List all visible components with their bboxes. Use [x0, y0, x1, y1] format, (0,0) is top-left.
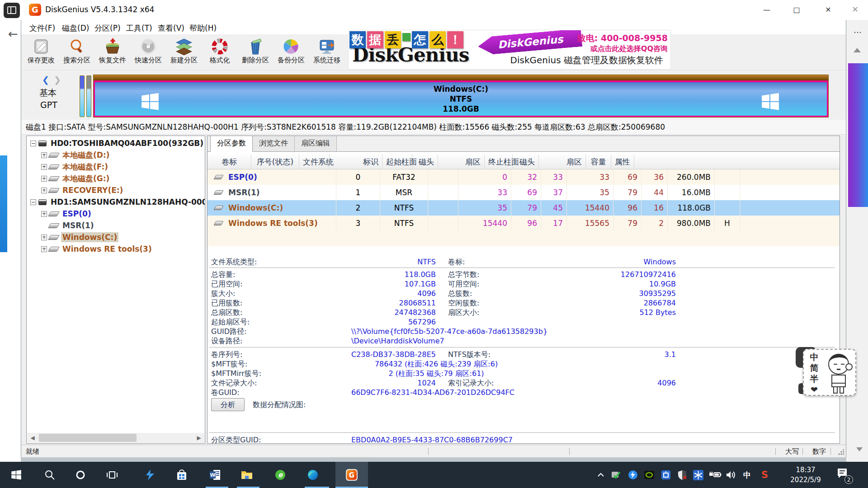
task-view-button[interactable]: [101, 462, 123, 488]
ime-indicator[interactable]: 中: [743, 462, 751, 488]
promo-banner[interactable]: DiskGenius 数据丢怎么！ DiskGenius 致电: 400-008…: [348, 30, 671, 70]
banner-qq-link[interactable]: 或点击此处选择QQ咨询: [590, 44, 668, 54]
column-header[interactable]: 卷标: [208, 154, 251, 169]
taskbar-search-button[interactable]: [39, 462, 61, 488]
quick-partition-button[interactable]: 快速分区: [131, 36, 166, 70]
analyze-button[interactable]: 分析: [211, 398, 245, 411]
tray-security-check[interactable]: [610, 462, 621, 488]
tree-expander-icon[interactable]: +: [41, 211, 47, 217]
menu-view[interactable]: 查看(V): [155, 22, 187, 34]
partition-bar-msr[interactable]: [86, 75, 91, 117]
table-row[interactable]: Windows(C:) 2 NTFS 35 79 45 15440 96 16 …: [208, 200, 840, 216]
column-header[interactable]: 磁头: [513, 154, 539, 169]
diskgenius-taskbar-button[interactable]: G: [341, 462, 363, 488]
tree-expander-icon[interactable]: −: [30, 141, 36, 146]
column-header[interactable]: 文件系统: [299, 154, 330, 169]
tree-item[interactable]: + Windows RE tools(3): [27, 243, 205, 255]
table-row[interactable]: MSR(1) 1 MSR 33 69 37 35 79 44 16.0MB: [208, 185, 840, 200]
partition-bar-esp[interactable]: [80, 75, 85, 117]
table-row[interactable]: Windows RE tools(3) 3 NTFS 15440 96 17 1…: [208, 216, 840, 231]
format-button[interactable]: 格式化: [202, 36, 237, 70]
menu-disk[interactable]: 磁盘(D): [59, 22, 92, 34]
tree-item[interactable]: + RECOVERY(E:): [27, 184, 205, 196]
scroll-left-icon[interactable]: ◀: [27, 433, 38, 443]
taskbar-clock[interactable]: 18:37 2022/5/9: [785, 465, 826, 485]
scroll-down-icon[interactable]: [856, 447, 863, 451]
scroll-right-icon[interactable]: ▶: [193, 433, 204, 443]
ms-store-button[interactable]: [171, 462, 193, 488]
tray-security-center[interactable]: [677, 462, 688, 488]
new-partition-button[interactable]: 新建分区: [166, 36, 202, 70]
column-header[interactable]: 标识: [330, 154, 382, 169]
recover-files-button[interactable]: 恢复文件: [95, 36, 130, 70]
background-close-icon[interactable]: ✕: [852, 5, 859, 14]
scroll-up-icon[interactable]: [854, 48, 861, 52]
tab[interactable]: 浏览文件: [252, 136, 295, 151]
tray-snowflake-app[interactable]: [693, 462, 704, 488]
column-header[interactable]: 扇区: [539, 154, 586, 169]
delete-partition-button[interactable]: 删除分区: [238, 36, 273, 70]
tree-item[interactable]: − HD0:TOSHIBAMQ04ABF100(932GB): [27, 137, 205, 149]
maximize-button[interactable]: □: [785, 0, 808, 20]
thunder-app-button[interactable]: [139, 462, 161, 488]
column-header[interactable]: 扇区: [438, 154, 485, 169]
prev-disk-arrow-icon[interactable]: ❮: [42, 75, 49, 84]
column-header[interactable]: 属性: [611, 154, 634, 169]
table-row[interactable]: ESP(0) 0 FAT32 0 32 33 33 69 36 260.0MB: [208, 169, 840, 185]
tree-expander-icon[interactable]: +: [41, 152, 47, 158]
ie-browser-button[interactable]: e: [269, 462, 291, 488]
next-disk-arrow-icon[interactable]: ❯: [54, 75, 61, 84]
tree-hscrollbar[interactable]: ◀ ▶: [27, 433, 204, 443]
volume-name: Windows RE tools(3): [228, 216, 318, 231]
column-header[interactable]: 起始柱面: [382, 154, 412, 169]
back-arrow-icon[interactable]: ←: [8, 27, 18, 41]
tab[interactable]: 分区参数: [210, 136, 253, 152]
menu-help[interactable]: 帮助(H): [187, 22, 219, 34]
menu-file[interactable]: 文件(F): [27, 22, 58, 34]
minimize-button[interactable]: —: [755, 0, 778, 20]
tab[interactable]: 扇区编辑: [294, 136, 337, 151]
tree-item[interactable]: + 本地磁盘(G:): [27, 173, 205, 184]
window-tab-icon[interactable]: [4, 3, 20, 18]
sogou-tray-icon[interactable]: S: [761, 462, 768, 488]
column-header[interactable]: 终止柱面: [485, 154, 513, 169]
tree-item[interactable]: + 本地磁盘(D:): [27, 149, 205, 161]
partition-bar-windows-c[interactable]: Windows(C:) NTFS 118.0GB: [93, 75, 829, 117]
tray-nvidia[interactable]: [644, 462, 655, 488]
tree-expander-icon[interactable]: +: [41, 235, 47, 240]
search-partition-button[interactable]: 搜索分区: [59, 36, 94, 70]
tree-expander-icon[interactable]: +: [41, 246, 47, 252]
tray-power[interactable]: [709, 462, 722, 488]
menu-partition[interactable]: 分区(P): [92, 22, 123, 34]
column-header[interactable]: 序号(状态): [251, 154, 299, 169]
backup-partition-button[interactable]: 备份分区: [274, 36, 309, 70]
tree-expander-icon[interactable]: +: [41, 176, 47, 182]
more-options-icon[interactable]: …: [854, 25, 863, 35]
column-header[interactable]: 磁头: [412, 154, 438, 169]
system-migrate-button[interactable]: 系统迁移: [309, 36, 344, 70]
scrollbar-thumb[interactable]: [39, 434, 137, 442]
tray-volume[interactable]: [725, 462, 737, 488]
tree-item[interactable]: + Windows(C:): [27, 231, 205, 243]
tree-item[interactable]: + ESP(0): [27, 208, 205, 220]
tray-thunder[interactable]: [627, 462, 638, 488]
resize-grip[interactable]: [838, 449, 844, 455]
tree-expander-icon[interactable]: +: [41, 188, 47, 193]
tray-expand-button[interactable]: [597, 462, 605, 488]
menu-tools[interactable]: 工具(T): [123, 22, 155, 34]
cortana-button[interactable]: [70, 462, 91, 488]
tree-expander-icon[interactable]: +: [41, 164, 47, 170]
tree-item[interactable]: + 本地磁盘(F:): [27, 161, 205, 173]
edge-button[interactable]: [302, 462, 324, 488]
column-header[interactable]: 容量: [586, 154, 611, 169]
tree-item[interactable]: − HD1:SAMSUNGMZNLN128HAHQ-000: [27, 196, 205, 208]
start-button[interactable]: [5, 462, 27, 488]
tree-item[interactable]: MSR(1): [27, 220, 205, 231]
tray-intel-graphics[interactable]: [660, 462, 671, 488]
tree-expander-icon[interactable]: −: [30, 199, 36, 205]
word-button[interactable]: W: [204, 462, 226, 488]
save-changes-button[interactable]: 保存更改: [24, 36, 59, 70]
file-explorer-button[interactable]: [236, 462, 258, 488]
close-button[interactable]: ✕: [816, 0, 840, 20]
sogou-ime-widget[interactable]: 中 简 半 ❤: [803, 349, 856, 396]
